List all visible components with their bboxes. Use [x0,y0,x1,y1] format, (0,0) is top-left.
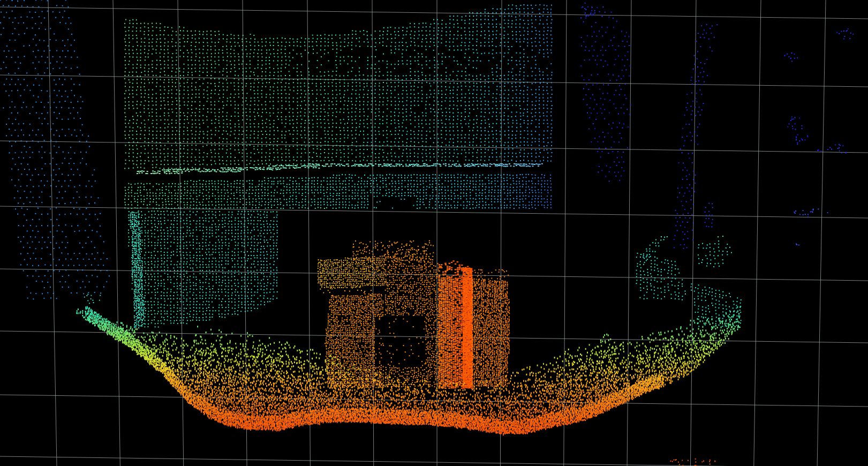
pointcloud-viewport[interactable] [0,0,868,466]
pointcloud-canvas[interactable] [0,0,868,466]
